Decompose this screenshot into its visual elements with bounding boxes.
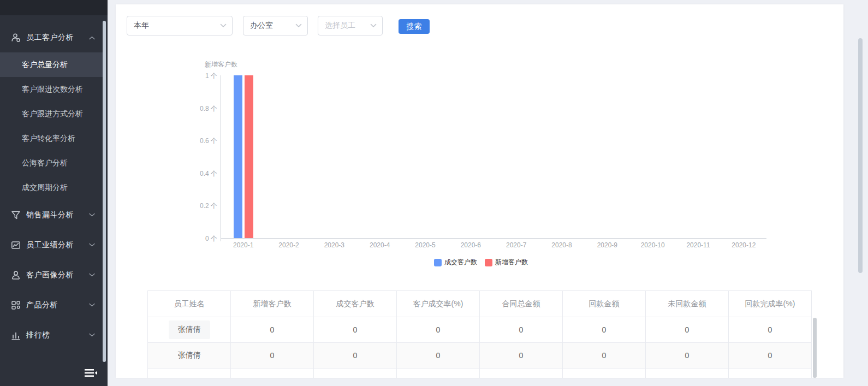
table-cell: 0	[729, 343, 812, 369]
x-axis-tick-label: 2020-3	[312, 241, 356, 249]
search-button[interactable]: 搜索	[399, 19, 430, 34]
x-axis-tick-label: 2020-10	[631, 241, 675, 249]
sidebar-subitem-customer-total-analysis[interactable]: 客户总量分析	[0, 52, 103, 77]
y-axis-tick-label: 0.6 个	[179, 136, 217, 146]
table-cell: 0	[480, 343, 563, 369]
chevron-down-icon	[88, 213, 95, 217]
table-cell: 0	[314, 343, 397, 369]
sidebar-subitem-customer-followup-method-analysis[interactable]: 客户跟进方式分析	[0, 102, 103, 126]
employee-stats-table-wrap: 员工姓名新增客户数成交客户数客户成交率(%)合同总金额回款金额未回款金额回款完成…	[147, 290, 812, 378]
chart-legend: 成交客户数新增客户数	[208, 258, 754, 267]
table-cell	[231, 369, 314, 378]
customer-portrait-icon	[11, 270, 21, 280]
sidebar-item-product-analysis[interactable]: 产品分析	[0, 290, 103, 320]
collapse-menu-icon	[84, 367, 98, 379]
y-axis-tick-label: 0 个	[179, 234, 217, 244]
table-cell	[480, 369, 563, 378]
sidebar-group-employee-customer-analysis: 员工客户分析客户总量分析客户跟进次数分析客户跟进方式分析客户转化率分析公海客户分…	[0, 23, 103, 200]
legend-label: 成交客户数	[444, 258, 477, 267]
legend-swatch	[434, 259, 442, 266]
table-cell: 0	[729, 317, 812, 343]
x-axis-tick-label: 2020-1	[222, 241, 265, 249]
chevron-down-icon	[295, 23, 302, 28]
y-axis-tick-label: 0.2 个	[179, 201, 217, 211]
sidebar-collapse-button[interactable]	[81, 364, 100, 382]
sidebar-menu: 员工客户分析客户总量分析客户跟进次数分析客户跟进方式分析客户转化率分析公海客户分…	[0, 15, 103, 350]
table-cell: 0	[480, 317, 563, 343]
y-axis-tick-label: 1 个	[179, 72, 217, 81]
sidebar-item-sales-funnel-analysis[interactable]: 销售漏斗分析	[0, 200, 103, 230]
user-analysis-icon	[11, 33, 21, 43]
table-cell: 0	[231, 317, 314, 343]
table-body: 张倩倩0000000张倩倩0000000	[148, 317, 812, 378]
table-scrollbar-thumb[interactable]	[813, 318, 817, 378]
chevron-down-icon	[88, 243, 95, 247]
sidebar-subitem-label: 公海客户分析	[22, 158, 68, 168]
year-range-select-value: 本年	[134, 21, 220, 31]
table-header-row: 员工姓名新增客户数成交客户数客户成交率(%)合同总金额回款金额未回款金额回款完成…	[148, 291, 812, 317]
sidebar-subitem-label: 成交周期分析	[22, 183, 68, 193]
chevron-up-icon	[88, 36, 95, 40]
department-select-value: 办公室	[250, 21, 295, 31]
table-header-3: 客户成交率(%)	[397, 291, 480, 317]
legend-label: 新增客户数	[495, 258, 528, 267]
table-row: 张倩倩0000000	[148, 317, 812, 343]
x-axis-tick-label: 2020-6	[449, 241, 492, 249]
sidebar-item-label: 员工业绩分析	[26, 240, 88, 250]
legend-item[interactable]: 成交客户数	[434, 258, 477, 267]
x-axis-tick-label: 2020-8	[540, 241, 584, 249]
employee-stats-table: 员工姓名新增客户数成交客户数客户成交率(%)合同总金额回款金额未回款金额回款完成…	[147, 290, 812, 378]
table-cell	[646, 369, 729, 378]
employee-name-cell: 张倩倩	[148, 343, 231, 369]
table-header-2: 成交客户数	[314, 291, 397, 317]
chevron-down-icon	[88, 333, 95, 337]
sidebar-item-employee-performance-analysis[interactable]: 员工业绩分析	[0, 230, 103, 260]
y-axis-tick-label: 0.4 个	[179, 169, 217, 179]
sidebar-scrollbar-thumb[interactable]	[103, 21, 106, 362]
bar-新增客户数	[245, 75, 253, 238]
department-select[interactable]: 办公室	[243, 16, 308, 35]
sidebar-item-customer-portrait-analysis[interactable]: 客户画像分析	[0, 260, 103, 290]
employee-name-cell	[148, 369, 231, 378]
sidebar-item-employee-customer-analysis[interactable]: 员工客户分析	[0, 23, 103, 52]
x-axis-tick-label: 2020-2	[267, 241, 311, 249]
sidebar-subitem-label: 客户跟进方式分析	[22, 109, 83, 119]
x-axis-line	[221, 238, 766, 239]
x-axis-tick-label: 2020-5	[403, 241, 447, 249]
sidebar-item-ranking-list[interactable]: 排行榜	[0, 320, 103, 350]
sidebar-subitem-label: 客户跟进次数分析	[22, 85, 83, 94]
table-header-4: 合同总金额	[480, 291, 563, 317]
employee-select[interactable]: 选择员工	[318, 16, 383, 35]
sidebar: 员工客户分析客户总量分析客户跟进次数分析客户跟进方式分析客户转化率分析公海客户分…	[0, 0, 108, 386]
sidebar-item-label: 产品分析	[26, 300, 88, 310]
table-header-0: 员工姓名	[148, 291, 231, 317]
sidebar-subitem-customer-followup-count-analysis[interactable]: 客户跟进次数分析	[0, 77, 103, 102]
table-cell	[729, 369, 812, 378]
table-cell	[563, 369, 646, 378]
table-cell	[397, 369, 480, 378]
bar-成交客户数	[234, 75, 242, 238]
legend-item[interactable]: 新增客户数	[485, 258, 528, 267]
x-axis-tick-label: 2020-4	[358, 241, 402, 249]
table-cell: 0	[563, 317, 646, 343]
table-header-1: 新增客户数	[231, 291, 314, 317]
sidebar-subitem-label: 客户转化率分析	[22, 134, 75, 144]
y-axis-line	[221, 75, 221, 241]
page-scrollbar-thumb[interactable]	[858, 38, 863, 273]
chevron-down-icon	[370, 23, 377, 28]
sidebar-group-employee-performance-analysis: 员工业绩分析	[0, 230, 103, 260]
table-header-5: 回款金额	[563, 291, 646, 317]
sidebar-subitem-public-sea-customer-analysis[interactable]: 公海客户分析	[0, 151, 103, 175]
sidebar-group-product-analysis: 产品分析	[0, 290, 103, 320]
table-row: 张倩倩0000000	[148, 343, 812, 369]
ranking-bars-icon	[11, 330, 21, 340]
sidebar-subitem-deal-cycle-analysis[interactable]: 成交周期分析	[0, 175, 103, 200]
sidebar-subitem-customer-conversion-rate-analysis[interactable]: 客户转化率分析	[0, 126, 103, 151]
employee-select-placeholder: 选择员工	[325, 21, 370, 31]
sidebar-subitem-label: 客户总量分析	[22, 60, 68, 70]
sidebar-item-label: 销售漏斗分析	[26, 210, 88, 220]
employee-name-tag[interactable]: 张倩倩	[169, 320, 210, 339]
year-range-select[interactable]: 本年	[127, 16, 233, 35]
table-cell: 0	[314, 317, 397, 343]
table-cell: 0	[231, 343, 314, 369]
